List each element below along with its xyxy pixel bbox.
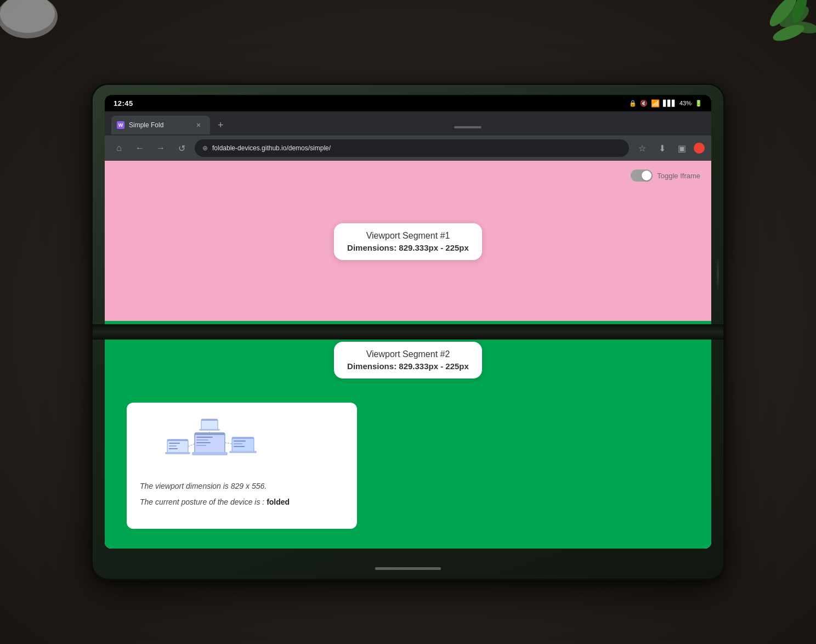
- svg-rect-10: [196, 437, 213, 438]
- foldable-device: 12:45 🔒 🔇 📶 ▋▋▋ 43% 🔋 W Simple Fold: [93, 85, 723, 579]
- webpage-bottom-segment: Viewport Segment #2 Dimensions: 829.333p…: [105, 321, 711, 549]
- battery-icon: 🔋: [695, 100, 702, 107]
- url-bar[interactable]: ⊕ foldable-devices.github.io/demos/simpl…: [195, 139, 629, 157]
- svg-rect-25: [234, 446, 245, 447]
- svg-rect-30: [199, 429, 220, 431]
- new-tab-button[interactable]: +: [214, 120, 227, 131]
- tab-title: Simple Fold: [129, 121, 189, 129]
- fold-ridge: [93, 324, 723, 340]
- download-icon[interactable]: ⬇: [654, 140, 670, 156]
- site-info-icon: ⊕: [202, 144, 208, 152]
- segment2-card: Viewport Segment #2 Dimensions: 829.333p…: [334, 342, 482, 379]
- bookmark-icon[interactable]: ☆: [634, 140, 650, 156]
- svg-rect-16: [165, 452, 190, 454]
- svg-rect-12: [196, 442, 211, 443]
- battery-text: 43%: [679, 100, 692, 106]
- svg-rect-11: [196, 439, 208, 440]
- segment2-title: Viewport Segment #2: [347, 349, 469, 359]
- posture-value: folded: [267, 498, 290, 506]
- posture-text: The current posture of the device is : f…: [140, 496, 344, 508]
- svg-rect-8: [195, 433, 225, 435]
- segment2-dimensions: Dimensions: 829.333px - 225px: [347, 361, 469, 371]
- svg-rect-15: [167, 439, 188, 441]
- forward-button[interactable]: →: [153, 140, 168, 156]
- webpage-top-segment: Toggle Iframe Viewport Segment #1 Dimens…: [105, 161, 711, 323]
- svg-rect-24: [234, 443, 242, 444]
- address-bar[interactable]: ⌂ ← → ↺ ⊕ foldable-devices.github.io/dem…: [105, 135, 711, 161]
- reload-button[interactable]: ↺: [174, 140, 189, 156]
- svg-rect-20: [232, 437, 254, 453]
- toggle-area: Toggle Iframe: [631, 170, 700, 182]
- device-nav-bar: [375, 567, 441, 570]
- screen-top: 12:45 🔒 🔇 📶 ▋▋▋ 43% 🔋 W Simple Fold: [105, 95, 711, 323]
- wifi-icon: 📶: [651, 99, 660, 108]
- segment1-card: Viewport Segment #1 Dimensions: 829.333p…: [334, 223, 482, 260]
- svg-rect-21: [232, 437, 254, 439]
- toolbar-icons: ☆ ⬇ ▣: [634, 140, 705, 156]
- active-tab[interactable]: W Simple Fold ×: [111, 116, 210, 134]
- info-card: The viewport dimension is 829 x 556. The…: [127, 403, 357, 529]
- svg-rect-23: [234, 440, 246, 442]
- viewport-dimension-text: The viewport dimension is 829 x 556.: [140, 481, 344, 492]
- plant-decoration: [706, 0, 816, 71]
- segment1-title: Viewport Segment #1: [347, 231, 469, 241]
- gray-object: [0, 0, 82, 60]
- toggle-iframe-switch[interactable]: [631, 170, 653, 182]
- record-button[interactable]: [694, 143, 705, 154]
- home-button[interactable]: ⌂: [111, 140, 127, 156]
- tab-close-button[interactable]: ×: [194, 120, 203, 130]
- fold-handle: [454, 126, 481, 128]
- status-bar: 12:45 🔒 🔇 📶 ▋▋▋ 43% 🔋: [105, 95, 711, 111]
- toggle-knob: [642, 171, 651, 180]
- laptop-illustration-container: [140, 414, 282, 474]
- status-time: 12:45: [114, 99, 133, 108]
- lock-icon: 🔒: [629, 100, 637, 107]
- side-grip: [717, 258, 719, 291]
- svg-rect-22: [229, 451, 257, 453]
- svg-rect-19: [169, 448, 178, 449]
- screen-bottom: Viewport Segment #2 Dimensions: 829.333p…: [105, 321, 711, 549]
- svg-rect-9: [192, 452, 228, 455]
- svg-rect-29: [201, 419, 218, 421]
- posture-label: The current posture of the device is :: [140, 498, 267, 506]
- svg-rect-18: [169, 445, 177, 447]
- status-icons: 🔒 🔇 📶 ▋▋▋ 43% 🔋: [629, 99, 702, 108]
- svg-line-26: [188, 444, 195, 447]
- back-button[interactable]: ←: [132, 140, 148, 156]
- svg-line-27: [225, 443, 232, 444]
- svg-rect-13: [196, 445, 206, 446]
- toggle-iframe-label: Toggle Iframe: [657, 172, 700, 180]
- laptop-illustration: [151, 416, 271, 471]
- extensions-icon[interactable]: ▣: [674, 140, 689, 156]
- browser-chrome: 12:45 🔒 🔇 📶 ▋▋▋ 43% 🔋 W Simple Fold: [105, 95, 711, 161]
- segment1-dimensions: Dimensions: 829.333px - 225px: [347, 243, 469, 252]
- svg-rect-17: [169, 443, 180, 444]
- url-text: foldable-devices.github.io/demos/simple/: [212, 144, 331, 152]
- mute-icon: 🔇: [640, 100, 648, 107]
- tab-bar: W Simple Fold × +: [105, 111, 711, 135]
- tab-favicon: W: [117, 121, 124, 129]
- signal-icon: ▋▋▋: [663, 100, 676, 107]
